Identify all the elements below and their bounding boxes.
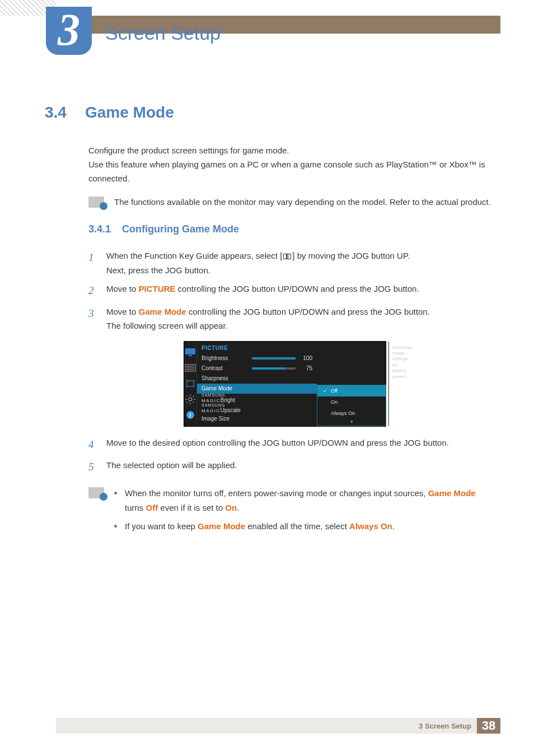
osd-row-game-mode: Game Mode (197, 384, 317, 394)
step-1-text-b: ] by moving the JOG button UP. (292, 251, 410, 260)
osd-label: Brightness (202, 355, 252, 361)
subsection-title: Configuring Game Mode (122, 223, 239, 235)
osd-header: PICTURE (197, 342, 388, 353)
step-number: 4 (88, 436, 106, 454)
note-block-1: The functions available on the monitor m… (88, 195, 495, 209)
step-3-text-c: The following screen will appear. (106, 321, 228, 330)
keyword-game-mode: Game Mode (198, 521, 245, 531)
svg-line-13 (193, 402, 194, 403)
osd-options-popup: ✓Off On Always On ▾ (317, 385, 386, 426)
step-number: 5 (88, 458, 106, 476)
step-3: 3 Move to Game Mode controlling the JOG … (88, 305, 495, 333)
bullet-icon (114, 525, 117, 528)
osd-label: Image Size (202, 416, 252, 422)
note-text-1: The functions available on the monitor m… (114, 195, 491, 209)
step-3-text-a: Move to (106, 307, 139, 316)
chapter-number-box: 3 (46, 7, 92, 55)
step-1-text-a: When the Function Key Guide appears, sel… (106, 251, 282, 260)
note2-bullet-2: If you want to keep Game Mode enabled al… (114, 519, 495, 534)
svg-line-12 (187, 395, 188, 396)
list-icon (184, 363, 196, 373)
osd-label: SAMSUNGMAGICUpscale (202, 404, 252, 413)
svg-rect-1 (189, 355, 192, 356)
chapter-title: Screen Setup (105, 22, 221, 44)
osd-help-text: Optimizes image settings for playing gam… (389, 342, 416, 426)
osd-row-image-size: Image Size (197, 414, 317, 424)
gear-icon (184, 394, 196, 404)
step-number: 2 (88, 282, 106, 300)
osd-label: Contrast (202, 365, 252, 371)
step-4: 4 Move to the desired option controlling… (88, 436, 495, 454)
keyword-picture: PICTURE (139, 284, 176, 293)
svg-rect-6 (187, 381, 194, 386)
section-number: 3.4 (45, 104, 85, 122)
osd-row-magic-upscale: SAMSUNGMAGICUpscale (197, 404, 317, 414)
resize-icon (184, 379, 196, 389)
step-2-text-b: controlling the JOG button UP/DOWN and p… (175, 284, 419, 293)
down-arrow-icon: ▾ (317, 419, 386, 426)
footer-label: 3 Screen Setup (419, 722, 471, 730)
keyword-game-mode: Game Mode (139, 307, 186, 316)
osd-label: Sharpness (202, 375, 252, 381)
keyword-game-mode: Game Mode (428, 488, 476, 498)
step-5: 5 The selected option will be applied. (88, 458, 495, 476)
osd-row-contrast: Contrast 75 (197, 363, 317, 374)
step-1-text-c: Next, press the JOG button. (106, 265, 210, 275)
step-number: 3 (88, 305, 106, 333)
svg-rect-0 (185, 348, 195, 354)
keyword-off: Off (146, 503, 158, 512)
osd-screenshot: i PICTURE Brightness 100 Contrast 75 (184, 341, 386, 427)
step-2: 2 Move to PICTURE controlling the JOG bu… (88, 282, 495, 300)
intro-paragraph-2: Use this feature when playing games on a… (88, 158, 495, 186)
note-block-2: When the monitor turns off, enters power… (88, 486, 495, 538)
step-3-text-b: controlling the JOG button UP/DOWN and p… (186, 307, 430, 316)
bullet-icon (114, 492, 117, 494)
osd-row-magic-bright: SAMSUNGMAGICBright (197, 394, 317, 404)
osd-row-sharpness: Sharpness (197, 374, 317, 384)
osd-option-on: On (317, 396, 386, 408)
osd-option-always-on: Always On (317, 408, 386, 419)
osd-sidebar-icons: i (184, 342, 196, 426)
osd-option-off: ✓Off (317, 385, 386, 396)
osd-value: 75 (299, 365, 312, 371)
monitor-icon (184, 347, 196, 357)
section-title: Game Mode (85, 104, 174, 121)
svg-point-7 (189, 398, 192, 401)
step-number: 1 (88, 249, 106, 277)
intro-paragraph-1: Configure the product screen settings fo… (88, 144, 495, 158)
page-footer: 3 Screen Setup 38 (56, 718, 500, 734)
osd-label: SAMSUNGMAGICBright (202, 394, 252, 403)
note-icon (88, 197, 104, 208)
note-icon (88, 487, 104, 498)
osd-row-brightness: Brightness 100 (197, 353, 317, 363)
section-heading: 3.4Game Mode (45, 104, 495, 122)
keyword-on: On (225, 503, 237, 512)
keyword-always-on: Always On (349, 521, 392, 531)
footer-page-number: 38 (477, 718, 500, 734)
osd-value: 100 (299, 355, 312, 361)
step-1: 1 When the Function Key Guide appears, s… (88, 249, 495, 277)
step-2-text-a: Move to (106, 284, 139, 293)
info-icon: i (184, 410, 196, 420)
svg-text:i: i (190, 412, 191, 418)
svg-line-15 (193, 395, 194, 396)
svg-line-14 (187, 402, 188, 403)
subsection-number: 3.4.1 (88, 223, 122, 235)
osd-label: Game Mode (202, 385, 252, 391)
step-4-text: Move to the desired option controlling t… (106, 436, 495, 454)
note2-bullet-1: When the monitor turns off, enters power… (114, 486, 495, 515)
step-5-text: The selected option will be applied. (106, 458, 495, 476)
menu-icon (283, 254, 291, 259)
subsection-heading: 3.4.1Configuring Game Mode (88, 223, 495, 235)
